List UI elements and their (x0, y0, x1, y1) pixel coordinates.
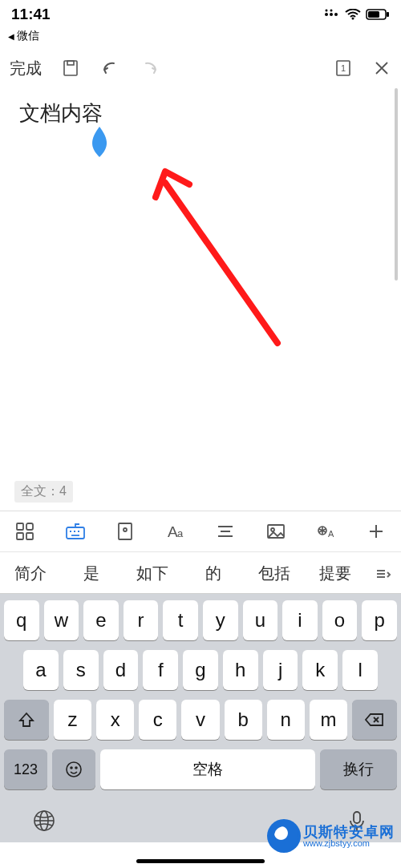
key-y[interactable]: y (203, 600, 238, 640)
key-q[interactable]: q (4, 600, 39, 640)
svg-text:1: 1 (341, 63, 346, 73)
key-shift[interactable] (4, 700, 49, 740)
suggestion-bar: 简介 是 如下 的 包括 提要 (0, 554, 401, 594)
key-m[interactable]: m (310, 700, 347, 740)
svg-point-39 (71, 767, 72, 769)
toolbar-view-icon[interactable] (100, 521, 151, 542)
page-count-icon[interactable]: 1 (334, 59, 353, 78)
editor-toolbar: 完成 1 (0, 48, 401, 88)
svg-text:a: a (177, 527, 184, 539)
key-c[interactable]: c (139, 700, 176, 740)
watermark: 贝斯特安卓网 www.zjbstyy.com (263, 818, 401, 854)
svg-point-1 (330, 13, 333, 16)
suggestion-more-icon[interactable] (366, 568, 401, 579)
keyboard-row-2: a s d f g h j k l (4, 650, 397, 690)
key-g[interactable]: g (183, 650, 218, 690)
key-a[interactable]: a (23, 650, 59, 690)
keyboard: 简介 是 如下 的 包括 提要 q w e r t y u i o p a s … (0, 554, 401, 842)
status-indicators (324, 9, 390, 20)
save-icon[interactable] (61, 59, 80, 78)
battery-icon (366, 9, 390, 20)
document-content[interactable]: 文档内容 (19, 99, 382, 127)
key-e[interactable]: e (83, 600, 119, 640)
scrollbar[interactable] (395, 88, 398, 281)
toolbar-plus-icon[interactable] (351, 522, 402, 541)
key-j[interactable]: j (263, 650, 298, 690)
key-f[interactable]: f (143, 650, 178, 690)
toolbar-voice-icon[interactable]: A (301, 521, 351, 542)
format-toolbar: Aa A (0, 511, 401, 552)
watermark-title: 贝斯特安卓网 (303, 825, 395, 839)
watermark-url: www.zjbstyy.com (303, 839, 395, 848)
wifi-icon (345, 9, 361, 20)
key-o[interactable]: o (322, 600, 358, 640)
cellular-icon (324, 9, 340, 20)
key-d[interactable]: d (103, 650, 139, 690)
suggestion[interactable]: 是 (61, 563, 122, 584)
keyboard-row-4: 123 空格 换行 (4, 749, 397, 789)
close-icon[interactable] (372, 59, 391, 78)
svg-rect-8 (387, 12, 389, 17)
word-count-badge: 全文：4 (14, 481, 73, 503)
svg-point-30 (271, 528, 274, 531)
done-button[interactable]: 完成 (10, 58, 42, 79)
svg-rect-17 (67, 527, 84, 539)
key-h[interactable]: h (223, 650, 258, 690)
watermark-logo-icon (269, 822, 298, 850)
back-to-app[interactable]: 微信 (0, 29, 401, 48)
keyboard-row-3: z x c v b n m (4, 700, 397, 740)
redo-icon (140, 59, 160, 78)
toolbar-align-icon[interactable] (200, 521, 251, 542)
key-r[interactable]: r (124, 600, 159, 640)
key-k[interactable]: k (302, 650, 338, 690)
key-p[interactable]: p (362, 600, 397, 640)
key-123[interactable]: 123 (4, 749, 47, 789)
svg-point-3 (326, 10, 328, 12)
toolbar-keyboard-icon[interactable] (51, 521, 101, 542)
key-v[interactable]: v (181, 700, 219, 740)
globe-icon[interactable] (32, 809, 56, 833)
suggestion[interactable]: 包括 (244, 563, 305, 584)
svg-rect-10 (67, 61, 74, 65)
suggestion[interactable]: 提要 (305, 563, 366, 584)
svg-rect-13 (17, 523, 23, 530)
svg-rect-16 (26, 533, 33, 539)
key-backspace[interactable] (352, 700, 397, 740)
key-emoji[interactable] (52, 749, 95, 789)
key-n[interactable]: n (267, 700, 305, 740)
svg-rect-15 (17, 533, 23, 539)
home-indicator[interactable] (136, 859, 265, 863)
key-i[interactable]: i (282, 600, 318, 640)
svg-rect-9 (64, 61, 77, 75)
toolbar-image-icon[interactable] (251, 521, 302, 542)
svg-point-38 (67, 762, 81, 777)
key-l[interactable]: l (342, 650, 378, 690)
cursor-handle-icon[interactable] (87, 125, 112, 164)
key-x[interactable]: x (96, 700, 134, 740)
key-b[interactable]: b (225, 700, 262, 740)
keyboard-row-1: q w e r t y u i o p (4, 600, 397, 640)
key-enter[interactable]: 换行 (320, 749, 397, 789)
key-t[interactable]: t (163, 600, 198, 640)
svg-point-4 (330, 10, 333, 12)
key-w[interactable]: w (44, 600, 79, 640)
svg-point-23 (124, 528, 127, 531)
toolbar-font-icon[interactable]: Aa (151, 521, 201, 542)
suggestion[interactable]: 如下 (122, 563, 183, 584)
svg-text:A: A (328, 529, 334, 539)
suggestion[interactable]: 简介 (0, 563, 61, 584)
svg-rect-7 (368, 11, 379, 18)
document-area[interactable]: 文档内容 (0, 88, 401, 481)
svg-point-2 (334, 13, 338, 16)
svg-point-40 (75, 767, 77, 769)
key-z[interactable]: z (54, 700, 91, 740)
key-s[interactable]: s (63, 650, 99, 690)
undo-icon[interactable] (99, 59, 120, 78)
annotation-arrow-icon (149, 167, 294, 362)
toolbar-grid-icon[interactable] (0, 521, 51, 542)
key-u[interactable]: u (243, 600, 278, 640)
key-space[interactable]: 空格 (100, 749, 315, 789)
svg-point-5 (352, 18, 354, 20)
suggestion[interactable]: 的 (183, 563, 244, 584)
svg-point-0 (325, 13, 328, 16)
